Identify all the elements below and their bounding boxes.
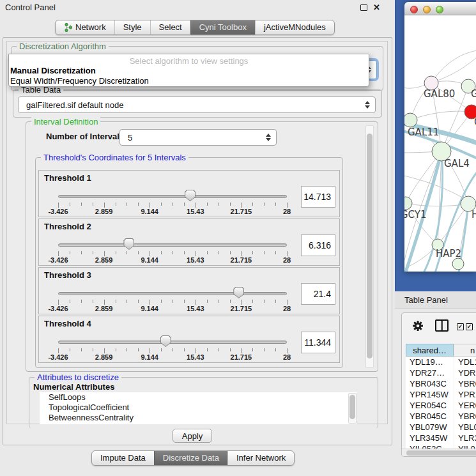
combo-arrows-icon bbox=[364, 101, 370, 109]
attribute-list-item[interactable]: BetweennessCentrality bbox=[40, 413, 357, 423]
tick-label: 9.144 bbox=[141, 208, 158, 215]
table-header-row: shared… n bbox=[406, 344, 476, 357]
attribute-list-item[interactable]: TopologicalCoefficient bbox=[40, 403, 357, 413]
threshold-1-value-field[interactable] bbox=[301, 186, 335, 208]
cell-shared-name[interactable]: YLR345W bbox=[406, 433, 454, 443]
table-data-combobox[interactable]: galFiltered.sif default node bbox=[18, 96, 376, 113]
float-window-icon[interactable] bbox=[360, 4, 367, 11]
threshold-3-slider[interactable]: -3.4262.8599.14415.4321.71528 bbox=[39, 268, 339, 314]
table-body: YDL19…YDL1YDR27…YDR2YBR043CYBR0YPR145WYP… bbox=[406, 357, 476, 454]
threshold-2-slider-thumb[interactable] bbox=[123, 238, 134, 250]
algorithm-option-manual[interactable]: Manual Discretization bbox=[10, 66, 96, 75]
cell-name[interactable]: YBR0 bbox=[454, 378, 476, 389]
tick-label: 21.715 bbox=[231, 305, 252, 312]
tick-label: 28 bbox=[283, 256, 291, 264]
network-window-titlebar[interactable] bbox=[404, 2, 476, 15]
tab-discretize-data[interactable]: Discretize Data bbox=[154, 451, 227, 465]
minimize-window-icon[interactable] bbox=[423, 6, 431, 13]
attributes-scrollbar-thumb[interactable] bbox=[349, 395, 355, 419]
table-row[interactable]: YPR145WYPR1 bbox=[406, 389, 476, 400]
cell-name[interactable]: YER0 bbox=[454, 400, 476, 411]
cell-shared-name[interactable]: YDL19… bbox=[406, 357, 454, 367]
table-hscrollbar-thumb[interactable] bbox=[406, 450, 476, 456]
network-node[interactable] bbox=[452, 258, 464, 270]
split-panel-icon[interactable] bbox=[435, 319, 449, 332]
tab-network[interactable]: Network bbox=[56, 20, 114, 35]
slider-track[interactable] bbox=[58, 341, 287, 344]
cell-name[interactable]: YLR3 bbox=[454, 433, 476, 443]
tab-infer-network[interactable]: Infer Network bbox=[227, 451, 294, 465]
checkbox-icon[interactable]: ✓ bbox=[457, 323, 464, 330]
number-of-intervals-combobox[interactable]: 5 bbox=[119, 129, 277, 146]
checkbox-icon[interactable]: ✓ bbox=[466, 323, 473, 330]
threshold-3-slider-thumb[interactable] bbox=[233, 287, 244, 298]
table-row[interactable]: YLR345WYLR3 bbox=[406, 433, 476, 443]
threshold-4-box: Threshold 4-3.4262.8599.14415.4321.71528 bbox=[38, 316, 340, 363]
cell-name[interactable]: YBL0 bbox=[454, 422, 476, 433]
apply-button[interactable]: Apply bbox=[173, 429, 212, 443]
tab-network-label: Network bbox=[75, 20, 106, 35]
threshold-1-slider[interactable]: -3.4262.8599.14415.4321.71528 bbox=[39, 171, 339, 217]
slider-track[interactable] bbox=[58, 243, 287, 247]
tab-style[interactable]: Style bbox=[114, 20, 150, 35]
cell-shared-name[interactable]: YBL079W bbox=[406, 422, 454, 433]
attribute-list-item[interactable]: SelfLoops bbox=[40, 392, 357, 403]
tab-cyni-toolbox[interactable]: Cyni Toolbox bbox=[190, 20, 255, 35]
table-toolbar: ✓ ✓ bbox=[402, 313, 476, 339]
tab-select-label: Select bbox=[159, 20, 182, 35]
threshold-3-value-field[interactable] bbox=[301, 283, 335, 305]
cell-name[interactable]: YDR2 bbox=[454, 367, 476, 378]
zoom-window-icon[interactable] bbox=[436, 6, 443, 13]
cell-name[interactable]: YDL1 bbox=[454, 357, 476, 367]
close-panel-icon[interactable]: ✕ bbox=[373, 3, 380, 12]
network-graph: GAL80GACGAL11GAL4GCY1HHAP2 bbox=[404, 15, 476, 272]
network-canvas[interactable]: GAL80GACGAL11GAL4GCY1HHAP2 bbox=[404, 15, 476, 272]
threshold-4-value-field[interactable] bbox=[301, 332, 335, 353]
threshold-2-value-field[interactable] bbox=[301, 234, 335, 256]
node-label-gal80: GAL80 bbox=[424, 88, 455, 100]
threshold-4-slider-thumb[interactable] bbox=[160, 335, 171, 347]
table-row[interactable]: YER054CYER0 bbox=[406, 400, 476, 411]
tab-jactivemnodules[interactable]: jActiveMNodules bbox=[255, 20, 334, 35]
table-row[interactable]: YBR043CYBR0 bbox=[406, 378, 476, 389]
interval-scrollbar[interactable] bbox=[365, 125, 374, 368]
tab-select[interactable]: Select bbox=[150, 20, 190, 35]
table-panel-titlebar: Table Panel bbox=[395, 291, 476, 309]
table-row[interactable]: YBL079WYBL0 bbox=[406, 422, 476, 433]
table-hscrollbar[interactable] bbox=[402, 449, 476, 456]
network-node-gcy1[interactable] bbox=[404, 197, 412, 210]
interval-scrollbar-thumb[interactable] bbox=[367, 134, 372, 358]
threshold-2-slider[interactable]: -3.4262.8599.14415.4321.71528 bbox=[39, 219, 339, 265]
slider-track[interactable] bbox=[58, 195, 287, 198]
cell-name[interactable]: YPR1 bbox=[454, 389, 476, 400]
table-row[interactable]: YBR045CYBR0 bbox=[406, 411, 476, 422]
threshold-4-slider[interactable]: -3.4262.8599.14415.4321.71528 bbox=[39, 316, 339, 362]
slider-tick-labels: -3.4262.8599.14415.4321.71528 bbox=[39, 353, 339, 362]
cell-shared-name[interactable]: YPR145W bbox=[406, 389, 454, 400]
tick-label: 2.859 bbox=[95, 353, 113, 361]
attributes-scrollbar[interactable] bbox=[348, 393, 357, 424]
threshold-1-slider-thumb[interactable] bbox=[185, 190, 196, 201]
table-row[interactable]: YDL19…YDL1 bbox=[406, 357, 476, 367]
close-window-icon[interactable] bbox=[410, 6, 418, 13]
tab-impute-data[interactable]: Impute Data bbox=[92, 451, 154, 465]
cell-shared-name[interactable]: YDR27… bbox=[406, 367, 454, 378]
network-node-gal11[interactable] bbox=[404, 113, 417, 127]
tick-label: 21.715 bbox=[231, 256, 252, 264]
control-panel-titlebar: Control Panel ✕ bbox=[0, 0, 395, 15]
column-header-name[interactable]: n bbox=[454, 344, 476, 357]
algorithm-option-equal-width[interactable]: Equal Width/Frequency Discretization bbox=[10, 76, 149, 86]
column-header-shared-name[interactable]: shared… bbox=[406, 344, 454, 357]
tick-label: 9.144 bbox=[141, 353, 158, 361]
tab-jactivemnodules-label: jActiveMNodules bbox=[264, 20, 326, 35]
app-root: Control Panel ✕ Network Style Select Cyn… bbox=[0, 0, 476, 476]
numerical-attributes-list[interactable]: SelfLoopsTopologicalCoefficientBetweenne… bbox=[40, 392, 357, 424]
gear-icon[interactable] bbox=[412, 320, 424, 332]
cell-shared-name[interactable]: YBR043C bbox=[406, 378, 454, 389]
cell-shared-name[interactable]: YBR045C bbox=[406, 411, 454, 422]
cell-name[interactable]: YBR0 bbox=[454, 411, 476, 422]
cell-shared-name[interactable]: YER054C bbox=[406, 400, 454, 411]
table-row[interactable]: YDR27…YDR2 bbox=[406, 367, 476, 378]
node-label-ga: GA bbox=[471, 88, 476, 100]
slider-track[interactable] bbox=[58, 292, 287, 295]
